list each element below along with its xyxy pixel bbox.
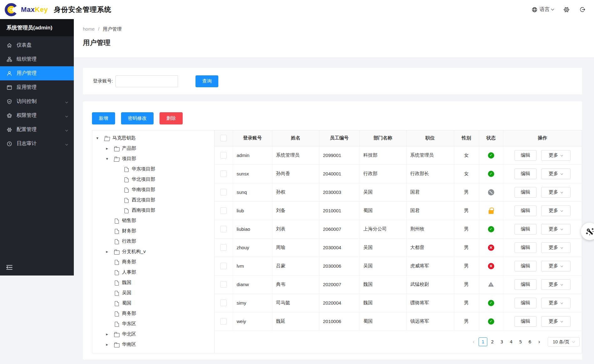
table-row: weiy 魏延 2010006 蜀国 镇远将军 男 bbox=[215, 312, 582, 331]
tree-node[interactable]: 人事部 bbox=[92, 267, 214, 277]
tree-node[interactable]: 华东区 bbox=[92, 319, 214, 329]
edit-button[interactable]: 编辑 bbox=[515, 261, 536, 271]
sidebar-item-users[interactable]: 用户管理 bbox=[0, 66, 74, 80]
more-button[interactable]: 更多 bbox=[541, 279, 571, 290]
row-checkbox[interactable] bbox=[220, 189, 227, 195]
tree-caret-icon[interactable] bbox=[106, 332, 114, 336]
row-checkbox[interactable] bbox=[220, 170, 227, 177]
row-checkbox[interactable] bbox=[220, 152, 227, 159]
more-button[interactable]: 更多 bbox=[541, 298, 571, 308]
more-button[interactable]: 更多 bbox=[541, 316, 571, 327]
tree-node[interactable]: 华北项目部 bbox=[92, 174, 214, 185]
search-label: 登录账号: bbox=[93, 78, 113, 84]
logout-button[interactable] bbox=[579, 6, 586, 13]
tree-caret-icon[interactable] bbox=[106, 146, 114, 151]
pagination-page-button[interactable]: 3 bbox=[497, 337, 506, 346]
login-account-input[interactable] bbox=[115, 75, 178, 87]
sidebar-item-access-control[interactable]: 访问控制 bbox=[0, 94, 74, 109]
tree-node[interactable]: 商务部 bbox=[92, 257, 214, 267]
pagination-prev-button[interactable]: ‹ bbox=[469, 337, 478, 346]
add-button[interactable]: 新增 bbox=[92, 112, 115, 124]
edit-button[interactable]: 编辑 bbox=[515, 242, 536, 253]
sidebar-item-organizations[interactable]: 组织管理 bbox=[0, 52, 74, 66]
edit-button[interactable]: 编辑 bbox=[515, 150, 536, 161]
more-button[interactable]: 更多 bbox=[541, 150, 571, 161]
tree-caret-icon[interactable] bbox=[106, 156, 114, 161]
tree-node[interactable]: 产品部 bbox=[92, 143, 214, 154]
row-checkbox[interactable] bbox=[220, 318, 227, 325]
sidebar-item-applications[interactable]: 应用管理 bbox=[0, 80, 74, 94]
change-password-button[interactable]: 密码修改 bbox=[121, 112, 154, 124]
tree-node-icon bbox=[124, 177, 129, 182]
more-button[interactable]: 更多 bbox=[541, 169, 571, 179]
tree-caret-icon[interactable] bbox=[106, 342, 114, 347]
pagination-page-button[interactable]: 4 bbox=[507, 337, 515, 346]
row-checkbox[interactable] bbox=[220, 300, 227, 306]
sidebar-item-label: 权限管理 bbox=[17, 112, 61, 119]
tree-node[interactable]: 蜀国 bbox=[92, 298, 214, 308]
tree-node[interactable]: 分支机构_v bbox=[92, 246, 214, 257]
edit-button[interactable]: 编辑 bbox=[515, 187, 536, 198]
tree-node[interactable]: 华北区 bbox=[92, 329, 214, 339]
tree-node[interactable]: 马克思钥匙 bbox=[92, 133, 214, 143]
pagination-next-button[interactable]: › bbox=[535, 337, 544, 346]
sidebar-item-dashboard[interactable]: 仪表盘 bbox=[0, 38, 74, 52]
pagination-page-button[interactable]: 1 bbox=[479, 337, 487, 346]
edit-button[interactable]: 编辑 bbox=[515, 279, 536, 290]
tree-node[interactable]: 行政部 bbox=[92, 236, 214, 246]
row-checkbox[interactable] bbox=[220, 226, 227, 232]
tree-node[interactable]: 西北项目部 bbox=[92, 195, 214, 205]
chevron-down-icon bbox=[561, 228, 563, 230]
edit-button[interactable]: 编辑 bbox=[515, 316, 536, 327]
tree-node[interactable]: 西南项目部 bbox=[92, 205, 214, 215]
delete-button[interactable]: 删除 bbox=[160, 112, 183, 124]
sidebar-item-permissions[interactable]: 权限管理 bbox=[0, 109, 74, 123]
pagination: ‹ 1 2 3 4 5 6 bbox=[215, 331, 582, 353]
tree-node[interactable]: 魏国 bbox=[92, 277, 214, 288]
pagination-page-button[interactable]: 6 bbox=[525, 337, 534, 346]
edit-button[interactable]: 编辑 bbox=[515, 224, 536, 235]
sidebar-collapse-button[interactable] bbox=[6, 264, 13, 271]
edit-button[interactable]: 编辑 bbox=[515, 205, 536, 216]
tree-node[interactable]: 财务部 bbox=[92, 226, 214, 236]
edit-button[interactable]: 编辑 bbox=[515, 298, 536, 308]
more-button[interactable]: 更多 bbox=[541, 242, 571, 253]
select-all-checkbox[interactable] bbox=[220, 135, 227, 141]
query-button[interactable]: 查询 bbox=[195, 75, 218, 87]
cell-operations: 编辑 更多 bbox=[503, 146, 582, 164]
row-checkbox[interactable] bbox=[220, 281, 227, 288]
language-dropdown[interactable]: 语言 bbox=[531, 6, 554, 13]
cell-name: 系统管理员 bbox=[272, 146, 319, 164]
tree-node-label: 华北项目部 bbox=[132, 176, 155, 182]
row-checkbox[interactable] bbox=[220, 263, 227, 269]
settings-button[interactable] bbox=[563, 6, 570, 13]
tree-node[interactable]: 华东项目部 bbox=[92, 164, 214, 174]
tree-caret-icon[interactable] bbox=[106, 249, 114, 254]
menu-fold-icon bbox=[6, 264, 13, 270]
tree-node[interactable]: 销售部 bbox=[92, 215, 214, 226]
row-checkbox[interactable] bbox=[220, 207, 227, 214]
more-button[interactable]: 更多 bbox=[541, 187, 571, 198]
sidebar-item-audit-logs[interactable]: 日志审计 bbox=[0, 137, 74, 151]
more-button[interactable]: 更多 bbox=[541, 205, 571, 216]
sidebar-item-configuration[interactable]: 配置管理 bbox=[0, 123, 74, 137]
edit-button[interactable]: 编辑 bbox=[515, 169, 536, 179]
tree-node[interactable]: 商务部 bbox=[92, 308, 214, 319]
cell-gender: 男 bbox=[454, 312, 479, 331]
pagination-page-button[interactable]: 5 bbox=[516, 337, 525, 346]
tree-node[interactable]: 华南项目部 bbox=[92, 185, 214, 195]
select-all-header bbox=[215, 130, 233, 146]
app-window-icon bbox=[7, 85, 12, 90]
pagination-page-button[interactable]: 2 bbox=[488, 337, 497, 346]
chevron-down-icon bbox=[561, 209, 563, 212]
tree-node[interactable]: 吴国 bbox=[92, 288, 214, 298]
page-size-select[interactable]: 10 条/页 bbox=[548, 337, 580, 346]
more-button[interactable]: 更多 bbox=[541, 224, 571, 235]
more-button[interactable]: 更多 bbox=[541, 261, 571, 271]
breadcrumb-home-link[interactable]: home bbox=[83, 26, 95, 32]
row-checkbox[interactable] bbox=[220, 244, 227, 251]
cell-department: 上海分公司 bbox=[359, 220, 406, 238]
tree-node[interactable]: 华南区 bbox=[92, 339, 214, 350]
tree-node[interactable]: 项目部 bbox=[92, 154, 214, 164]
tree-caret-icon[interactable] bbox=[96, 136, 104, 140]
